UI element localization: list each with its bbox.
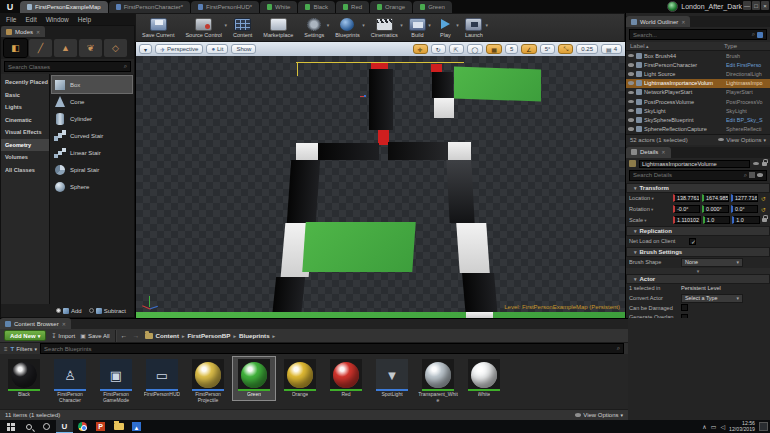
editor-tab[interactable]: FirstPersonHUD*: [191, 1, 259, 13]
actor-type[interactable]: PostProcessVo: [726, 99, 768, 105]
asset-tile[interactable]: Green: [232, 356, 276, 401]
back-button[interactable]: ←: [121, 332, 128, 339]
display-filter-icon[interactable]: [757, 173, 763, 177]
visibility-eye-icon[interactable]: [628, 72, 634, 76]
place-item[interactable]: Curved Stair: [52, 127, 132, 144]
rotation-snap-toggle[interactable]: ∠: [521, 44, 536, 54]
outliner-column-headers[interactable]: Label Type: [626, 42, 770, 51]
rotation-label[interactable]: Rotation: [629, 206, 671, 212]
asset-tile[interactable]: ▭ FirstPersonHUD: [140, 356, 184, 401]
brush-settings-section-header[interactable]: Brush Settings: [626, 247, 770, 257]
label-column-header[interactable]: Label: [630, 43, 724, 49]
taskbar-photos-button[interactable]: ▲: [128, 420, 145, 433]
classes-search-input[interactable]: [8, 64, 122, 70]
viewport-options-button[interactable]: ▾: [139, 44, 152, 54]
assets-search-box[interactable]: ⌕: [40, 343, 624, 354]
menu-item[interactable]: File: [6, 16, 16, 23]
replication-section-header[interactable]: Replication: [626, 226, 770, 236]
dropdown-caret-icon[interactable]: ▾: [327, 22, 330, 28]
start-button[interactable]: [2, 420, 19, 433]
rotation-x-input[interactable]: -0.0°: [673, 205, 700, 213]
scale-x-input[interactable]: 1.110102: [673, 216, 701, 224]
dropdown-caret-icon[interactable]: ▾: [400, 22, 403, 28]
editor-tab[interactable]: Green: [413, 1, 452, 13]
place-item[interactable]: Box: [52, 76, 132, 93]
scene-marker[interactable]: [364, 95, 366, 97]
scene-black-beam[interactable]: [388, 142, 448, 160]
close-tab-icon[interactable]: ✕: [62, 321, 66, 327]
dropdown-caret-icon[interactable]: ▾: [362, 22, 365, 28]
scene-white-block[interactable]: [448, 142, 471, 160]
scene-black-beam[interactable]: [369, 69, 393, 130]
breadcrumb-item[interactable]: FirstPersonBP: [187, 332, 230, 339]
mode-place-button[interactable]: ◧: [4, 39, 27, 57]
net-load-checkbox[interactable]: [689, 238, 696, 245]
scene-black-beam[interactable]: [287, 160, 320, 223]
convert-actor-select[interactable]: Select a Type: [681, 294, 743, 303]
asset-tile[interactable]: Orange: [278, 356, 322, 401]
perspective-button[interactable]: ✈Perspective: [155, 44, 203, 54]
outliner-row[interactable]: NetworkPlayerStart PlayerStart: [626, 88, 770, 97]
camera-speed-button[interactable]: ▤ 4: [601, 44, 622, 54]
import-button[interactable]: ↧Import: [51, 332, 75, 339]
toolbar-button[interactable]: Play ▾: [437, 18, 454, 38]
category-item[interactable]: Geometry: [1, 139, 49, 152]
place-item[interactable]: Cylinder: [52, 110, 132, 127]
rotation-z-input[interactable]: 0.0°: [731, 205, 758, 213]
outliner-row[interactable]: SkySphereBlueprint Edit BP_Sky_S: [626, 115, 770, 124]
visibility-eye-icon[interactable]: [628, 81, 634, 85]
sources-toggle-icon[interactable]: ≡: [4, 346, 8, 352]
grid-snap-toggle[interactable]: ▦: [486, 44, 502, 54]
outliner-row[interactable]: SkyLight SkyLight: [626, 106, 770, 115]
outliner-row[interactable]: FirstPersonCharacter Edit FirstPerso: [626, 60, 770, 69]
toolbar-button[interactable]: Build ▾: [409, 18, 426, 38]
scale-snap-value[interactable]: 0.25: [576, 44, 598, 54]
mode-foliage-button[interactable]: ❦: [79, 39, 102, 57]
scale-y-input[interactable]: 1.0: [703, 216, 731, 224]
filters-button[interactable]: TFilters: [11, 346, 38, 352]
scale-label[interactable]: Scale: [629, 217, 671, 223]
taskbar-chrome-button[interactable]: [74, 420, 91, 433]
asset-tile[interactable]: ♙ FirstPerson Character: [48, 356, 92, 407]
content-browser-tab[interactable]: Content Browser ✕: [0, 318, 71, 329]
world-local-toggle[interactable]: ◯: [467, 44, 484, 54]
toolbar-button[interactable]: Launch ▾: [465, 18, 483, 38]
brush-shape-select[interactable]: None: [681, 258, 743, 267]
transform-section-header[interactable]: Transform: [626, 183, 770, 193]
category-item[interactable]: Visual Effects: [1, 126, 49, 139]
outliner-view-options[interactable]: View Options: [718, 137, 766, 143]
taskbar-explorer-button[interactable]: [110, 420, 127, 433]
forward-button[interactable]: →: [133, 332, 140, 339]
toolbar-button[interactable]: Content ▾: [233, 18, 252, 38]
category-item[interactable]: Lights: [1, 101, 49, 114]
menu-item[interactable]: Edit: [25, 16, 36, 23]
location-label[interactable]: Location: [629, 195, 671, 201]
maximize-button[interactable]: □: [752, 1, 760, 10]
breadcrumb-item[interactable]: Blueprints: [239, 332, 270, 339]
asset-tile[interactable]: FirstPerson Projectile: [186, 356, 230, 407]
viewport-scene[interactable]: Level: FirstPersonExampleMap (Persistent…: [136, 56, 625, 318]
asset-tile[interactable]: ▣ FirstPerson GameMode: [94, 356, 138, 407]
modes-tab[interactable]: Modes ✕: [1, 26, 45, 37]
type-column-header[interactable]: Type: [724, 43, 766, 49]
asset-tile[interactable]: ▼ SpotLight: [370, 356, 414, 401]
actor-type[interactable]: PlayerStart: [726, 89, 768, 95]
close-tab-icon[interactable]: ✕: [661, 149, 665, 155]
menu-item[interactable]: Help: [78, 16, 91, 23]
rotate-tool-button[interactable]: ↻: [431, 44, 446, 54]
brush-subtract-radio[interactable]: Subtract: [89, 308, 126, 314]
toolbar-button[interactable]: Blueprints ▾: [335, 18, 359, 38]
scale-lock-icon[interactable]: [762, 218, 767, 222]
mode-landscape-button[interactable]: ▲: [54, 39, 77, 57]
asset-tile[interactable]: Black: [2, 356, 46, 401]
asset-tile[interactable]: White: [462, 356, 506, 401]
visibility-eye-icon[interactable]: [628, 54, 634, 58]
editor-tab[interactable]: Red: [336, 1, 369, 13]
close-button[interactable]: ×: [761, 1, 769, 10]
visibility-eye-icon[interactable]: [628, 109, 634, 113]
category-item[interactable]: Volumes: [1, 151, 49, 164]
close-tab-icon[interactable]: ✕: [681, 19, 685, 25]
scene-green-platform[interactable]: [302, 222, 415, 272]
filter-icon[interactable]: [757, 32, 763, 38]
details-tab[interactable]: Details ✕: [626, 147, 671, 158]
